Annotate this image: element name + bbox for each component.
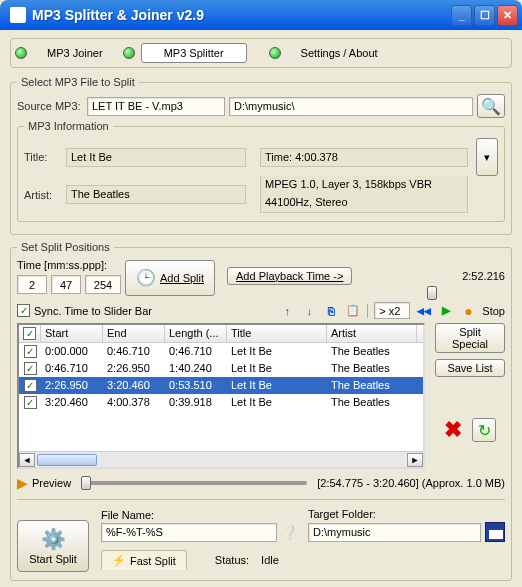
preview-slider[interactable] [81,481,307,485]
row-checkbox[interactable]: ✓ [24,396,37,409]
split-positions-legend: Set Split Positions [17,241,114,253]
move-down-icon[interactable]: ↓ [301,303,317,319]
mp3-info-legend: MP3 Information [24,120,113,132]
delete-icon[interactable]: ✖ [444,417,462,443]
gear-icon: ⚙️ [41,527,66,551]
split-special-button[interactable]: Split Special [435,323,505,353]
total-time: 2:52.216 [462,270,505,282]
add-split-button[interactable]: 🕒 Add Split [125,260,215,296]
title-label: Title: [24,151,62,163]
row-checkbox[interactable]: ✓ [24,345,37,358]
row-checkbox[interactable]: ✓ [24,379,37,392]
main-tabs: MP3 Joiner MP3 Splitter Settings / About [10,38,512,68]
move-up-icon[interactable]: ↑ [279,303,295,319]
time-ppp-input[interactable] [85,275,121,294]
tab-settings[interactable]: Settings / About [287,47,392,59]
paste-icon[interactable]: 📋 [345,303,361,319]
maximize-button[interactable]: ☐ [474,5,495,26]
source-label: Source MP3: [17,100,83,112]
artist-value: The Beatles [66,185,246,204]
close-button[interactable]: ✕ [497,5,518,26]
filename-label: File Name: [101,509,298,521]
header-checkbox[interactable]: ✓ [23,327,36,340]
sync-checkbox[interactable]: ✓ [17,304,30,317]
stop-label[interactable]: Stop [482,305,505,317]
preview-label: Preview [32,477,71,489]
source-path-input[interactable]: D:\mymusic\ [229,97,473,116]
status-value: Idle [261,554,279,566]
table-row[interactable]: ✓0:46.7102:26.9501:40.240Let It BeThe Be… [19,360,423,377]
record-icon[interactable]: ● [460,303,476,319]
copy-icon[interactable]: ⎘ [323,303,339,319]
sync-label: Sync. Time to Slider Bar [34,305,152,317]
time-value: Time: 4:00.378 [260,148,468,167]
table-row[interactable]: ✓3:20.4604:00.3780:39.918Let It BeThe Be… [19,394,423,411]
target-input[interactable]: D:\mymusic [308,523,481,542]
save-icon[interactable] [485,522,505,542]
codec-value: MPEG 1.0, Layer 3, 158kbps VBR [260,176,468,195]
help-icon[interactable]: ❔ [281,524,298,540]
source-file-input[interactable]: LET IT BE - V.mp3 [87,97,225,116]
tab-joiner[interactable]: MP3 Joiner [33,47,117,59]
play-icon[interactable]: ▶ [438,303,454,319]
preview-range: [2:54.775 - 3:20.460] (Approx. 1.0 MB) [317,477,505,489]
add-playback-button[interactable]: Add Playback Time -> [227,267,352,285]
mp3-info-group: MP3 Information Title: Let It Be Time: 4… [17,120,505,222]
col-artist[interactable]: Artist [327,325,417,342]
rewind-icon[interactable]: ◀◀ [416,303,432,319]
start-split-button[interactable]: ⚙️ Start Split [17,520,89,572]
window-title: MP3 Splitter & Joiner v2.9 [32,7,449,23]
select-file-group: Select MP3 File to Split Source MP3: LET… [10,76,512,235]
col-start[interactable]: Start [41,325,103,342]
speed-select[interactable]: > x2 [374,302,410,319]
col-title[interactable]: Title [227,325,327,342]
preview-play-icon[interactable]: ▶ [17,475,28,491]
tab-splitter[interactable]: MP3 Splitter [141,43,247,63]
target-label: Target Folder: [308,508,505,520]
status-label: Status: [215,554,249,566]
table-row[interactable]: ✓2:26.9503:20.4600:53.510Let It BeThe Be… [19,377,423,394]
led-icon [123,47,135,59]
browse-button[interactable]: 🔍 [477,94,505,118]
time-label: Time [mm:ss.ppp]: [17,259,121,271]
fast-split-tab[interactable]: ⚡ Fast Split [101,550,187,570]
clock-icon: 🕒 [136,268,156,287]
app-icon [10,7,26,23]
split-table: ✓ Start End Length (... Title Artist ✓0:… [17,323,425,469]
col-end[interactable]: End [103,325,165,342]
save-list-button[interactable]: Save List [435,359,505,377]
refresh-button[interactable]: ↻ [472,418,496,442]
table-hscrollbar[interactable]: ◄► [19,451,423,467]
time-mm-input[interactable] [17,275,47,294]
row-checkbox[interactable]: ✓ [24,362,37,375]
info-expand-button[interactable]: ▾ [476,138,498,176]
split-positions-group: Set Split Positions Time [mm:ss.ppp]: 🕒 … [10,241,512,581]
time-ss-input[interactable] [51,275,81,294]
minimize-button[interactable]: _ [451,5,472,26]
artist-label: Artist: [24,189,62,201]
lightning-icon: ⚡ [112,554,126,567]
table-row[interactable]: ✓0:00.0000:46.7100:46.710Let It BeThe Be… [19,343,423,360]
filename-input[interactable]: %F-%T-%S [101,523,277,542]
led-icon [269,47,281,59]
led-icon [15,47,27,59]
freq-value: 44100Hz, Stereo [260,194,468,213]
col-length[interactable]: Length (... [165,325,227,342]
title-value: Let It Be [66,148,246,167]
select-file-legend: Select MP3 File to Split [17,76,139,88]
